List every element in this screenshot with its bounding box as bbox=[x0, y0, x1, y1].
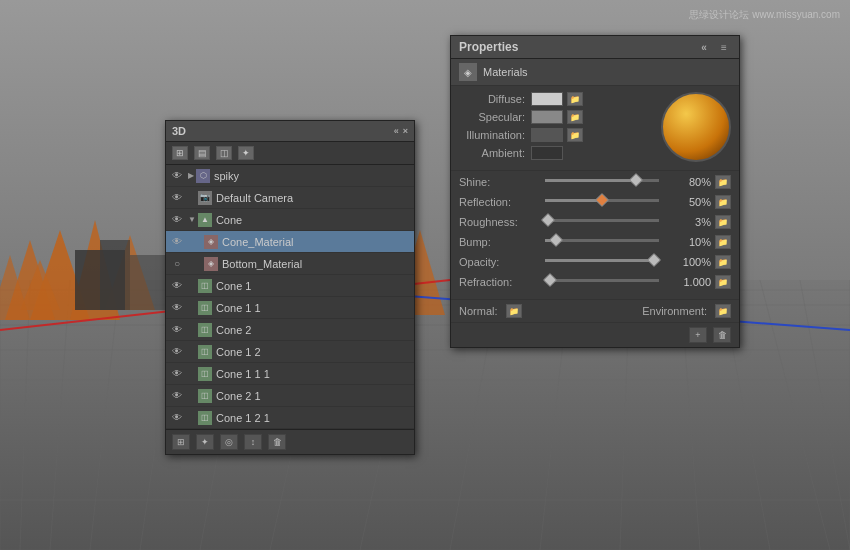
layer-item-cone11[interactable]: 👁 ◫ Cone 1 1 bbox=[166, 297, 414, 319]
bump-file-btn[interactable]: 📁 bbox=[715, 235, 731, 249]
shine-label: Shine: bbox=[459, 176, 539, 188]
reflection-track bbox=[545, 199, 659, 202]
normal-label: Normal: bbox=[459, 305, 498, 317]
layer-item-spiky[interactable]: 👁 ▶ ⬡ spiky bbox=[166, 165, 414, 187]
shine-file-btn[interactable]: 📁 bbox=[715, 175, 731, 189]
illumination-file-btn[interactable]: 📁 bbox=[567, 128, 583, 142]
panel-3d-close-icon[interactable]: × bbox=[403, 126, 408, 136]
opacity-track bbox=[545, 259, 659, 262]
layer-item-cone111[interactable]: 👁 ◫ Cone 1 1 1 bbox=[166, 363, 414, 385]
panel-3d-header: 3D « × bbox=[166, 121, 414, 142]
layer-item-bottom-material[interactable]: ○ ◈ Bottom_Material bbox=[166, 253, 414, 275]
toolbar-light-icon[interactable]: ✦ bbox=[238, 146, 254, 160]
layer-name-cone-material: Cone_Material bbox=[222, 236, 294, 248]
specular-file-btn[interactable]: 📁 bbox=[567, 110, 583, 124]
roughness-track bbox=[545, 219, 659, 222]
diffuse-swatch[interactable] bbox=[531, 92, 563, 106]
eye-icon-cone[interactable]: 👁 bbox=[170, 213, 184, 227]
refraction-track bbox=[545, 279, 659, 282]
layer-name-cone11: Cone 1 1 bbox=[216, 302, 261, 314]
3d-bottom-target-btn[interactable]: ◎ bbox=[220, 434, 238, 450]
eye-icon-cone2[interactable]: 👁 bbox=[170, 323, 184, 337]
delete-material-btn[interactable]: 🗑 bbox=[713, 327, 731, 343]
properties-menu-icon[interactable]: ≡ bbox=[717, 40, 731, 54]
layer-item-camera[interactable]: 👁 📷 Default Camera bbox=[166, 187, 414, 209]
toolbar-table-icon[interactable]: ▤ bbox=[194, 146, 210, 160]
layer-item-cone2[interactable]: 👁 ◫ Cone 2 bbox=[166, 319, 414, 341]
materials-tab[interactable]: ◈ Materials bbox=[451, 59, 739, 86]
reflection-slider[interactable] bbox=[545, 199, 659, 206]
refraction-label: Refraction: bbox=[459, 276, 539, 288]
layer-item-cone12[interactable]: 👁 ◫ Cone 1 2 bbox=[166, 341, 414, 363]
3d-bottom-move-btn[interactable]: ↕ bbox=[244, 434, 262, 450]
normal-file-btn[interactable]: 📁 bbox=[506, 304, 522, 318]
layer-icon-cone-material: ◈ bbox=[204, 235, 218, 249]
roughness-slider[interactable] bbox=[545, 219, 659, 226]
layer-item-cone-material[interactable]: 👁 ◈ Cone_Material bbox=[166, 231, 414, 253]
properties-title: Properties bbox=[459, 40, 518, 54]
shine-slider[interactable] bbox=[545, 179, 659, 186]
ambient-swatch[interactable] bbox=[531, 146, 563, 160]
layer-item-cone1[interactable]: 👁 ◫ Cone 1 bbox=[166, 275, 414, 297]
expand-spiky[interactable]: ▶ bbox=[188, 171, 194, 180]
illumination-swatch[interactable] bbox=[531, 128, 563, 142]
toolbar-camera-icon[interactable]: ◫ bbox=[216, 146, 232, 160]
refraction-thumb[interactable] bbox=[543, 272, 557, 286]
3d-bottom-light-btn[interactable]: ✦ bbox=[196, 434, 214, 450]
eye-icon-cone-material[interactable]: 👁 bbox=[170, 235, 184, 249]
layer-name-cone2: Cone 2 bbox=[216, 324, 251, 336]
opacity-file-btn[interactable]: 📁 bbox=[715, 255, 731, 269]
ambient-label: Ambient: bbox=[459, 147, 531, 159]
prop-row-reflection: Reflection: 50% 📁 bbox=[459, 195, 731, 209]
layer-name-spiky: spiky bbox=[214, 170, 239, 182]
mat-sliders: Diffuse: 📁 Specular: 📁 Illumination: 📁 A… bbox=[459, 92, 653, 164]
environment-row: Environment: 📁 bbox=[642, 304, 731, 318]
bump-slider[interactable] bbox=[545, 239, 659, 246]
eye-icon-cone111[interactable]: 👁 bbox=[170, 367, 184, 381]
eye-icon-bottom-material[interactable]: ○ bbox=[170, 257, 184, 271]
layer-item-cone21[interactable]: 👁 ◫ Cone 2 1 bbox=[166, 385, 414, 407]
refraction-slider[interactable] bbox=[545, 279, 659, 286]
mat-preview-area: Diffuse: 📁 Specular: 📁 Illumination: 📁 A… bbox=[451, 86, 739, 170]
opacity-thumb[interactable] bbox=[647, 252, 661, 266]
eye-icon-cone121[interactable]: 👁 bbox=[170, 411, 184, 425]
eye-icon-camera[interactable]: 👁 bbox=[170, 191, 184, 205]
expand-cone[interactable]: ▼ bbox=[188, 215, 196, 224]
bump-value: 10% bbox=[665, 236, 715, 248]
refraction-file-btn[interactable]: 📁 bbox=[715, 275, 731, 289]
layer-icon-cone121: ◫ bbox=[198, 411, 212, 425]
eye-icon-cone12[interactable]: 👁 bbox=[170, 345, 184, 359]
toolbar-grid-icon[interactable]: ⊞ bbox=[172, 146, 188, 160]
layer-item-cone[interactable]: 👁 ▼ ▲ Cone bbox=[166, 209, 414, 231]
bump-thumb[interactable] bbox=[549, 232, 563, 246]
layer-name-cone: Cone bbox=[216, 214, 242, 226]
layer-name-camera: Default Camera bbox=[216, 192, 293, 204]
specular-swatch[interactable] bbox=[531, 110, 563, 124]
roughness-file-btn[interactable]: 📁 bbox=[715, 215, 731, 229]
panel-3d-collapse-icon[interactable]: « bbox=[394, 126, 399, 136]
properties-collapse-icon[interactable]: « bbox=[697, 40, 711, 54]
eye-icon-cone1[interactable]: 👁 bbox=[170, 279, 184, 293]
eye-icon-spiky[interactable]: 👁 bbox=[170, 169, 184, 183]
eye-icon-cone11[interactable]: 👁 bbox=[170, 301, 184, 315]
layer-icon-cone21: ◫ bbox=[198, 389, 212, 403]
roughness-thumb[interactable] bbox=[541, 212, 555, 226]
new-material-btn[interactable]: + bbox=[689, 327, 707, 343]
layer-item-cone121[interactable]: 👁 ◫ Cone 1 2 1 bbox=[166, 407, 414, 429]
diffuse-label: Diffuse: bbox=[459, 93, 531, 105]
reflection-file-btn[interactable]: 📁 bbox=[715, 195, 731, 209]
diffuse-file-btn[interactable]: 📁 bbox=[567, 92, 583, 106]
reflection-thumb[interactable] bbox=[595, 192, 609, 206]
3d-bottom-grid-btn[interactable]: ⊞ bbox=[172, 434, 190, 450]
eye-icon-cone21[interactable]: 👁 bbox=[170, 389, 184, 403]
3d-bottom-trash-btn[interactable]: 🗑 bbox=[268, 434, 286, 450]
opacity-slider[interactable] bbox=[545, 259, 659, 266]
shine-thumb[interactable] bbox=[629, 172, 643, 186]
mat-row-illumination: Illumination: 📁 bbox=[459, 128, 653, 142]
layer-name-cone111: Cone 1 1 1 bbox=[216, 368, 270, 380]
panel-3d-title: 3D bbox=[172, 125, 186, 137]
layer-name-cone121: Cone 1 2 1 bbox=[216, 412, 270, 424]
panel-3d: 3D « × ⊞ ▤ ◫ ✦ 👁 ▶ ⬡ spiky 👁 📷 Default C… bbox=[165, 120, 415, 455]
environment-file-btn[interactable]: 📁 bbox=[715, 304, 731, 318]
opacity-value: 100% bbox=[665, 256, 715, 268]
